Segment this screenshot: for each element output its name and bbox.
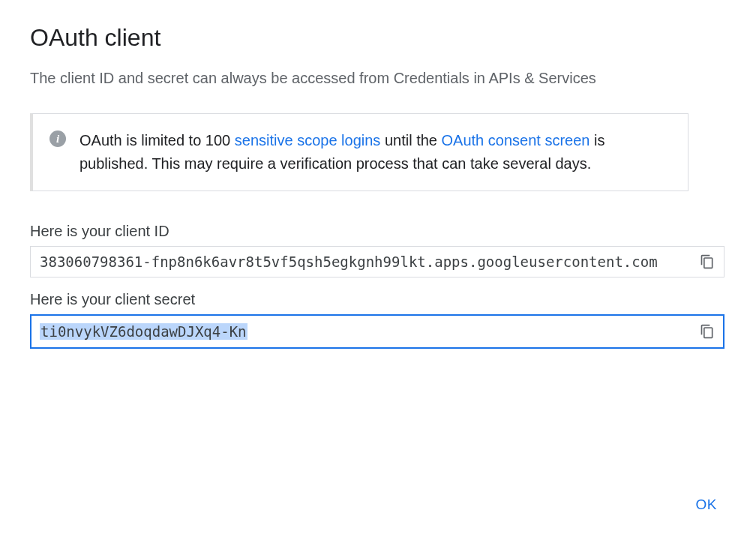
- oauth-consent-link[interactable]: OAuth consent screen: [442, 132, 590, 148]
- client-id-value: 383060798361-fnp8n6k6avr8t5vf5qsh5egkgnh…: [40, 254, 658, 270]
- info-text-prefix: OAuth is limited to 100: [80, 132, 235, 148]
- client-id-field[interactable]: 383060798361-fnp8n6k6avr8t5vf5qsh5egkgnh…: [30, 246, 724, 278]
- copy-icon: [700, 324, 715, 339]
- info-icon: [50, 130, 66, 147]
- subtitle-text: The client ID and secret can always be a…: [30, 67, 675, 89]
- client-secret-label: Here is your client secret: [30, 291, 726, 308]
- client-secret-value: ti0nvykVZ6doqdawDJXq4-Kn: [40, 323, 248, 340]
- copy-client-id-button[interactable]: [698, 253, 716, 271]
- sensitive-scope-link[interactable]: sensitive scope logins: [235, 132, 381, 148]
- ok-button[interactable]: OK: [687, 490, 726, 519]
- copy-client-secret-button[interactable]: [698, 322, 716, 340]
- client-id-label: Here is your client ID: [30, 223, 726, 240]
- copy-icon: [700, 254, 715, 269]
- info-text: OAuth is limited to 100 sensitive scope …: [80, 129, 671, 176]
- client-secret-field[interactable]: ti0nvykVZ6doqdawDJXq4-Kn: [30, 314, 724, 349]
- page-title: OAuth client: [30, 24, 726, 52]
- info-callout: OAuth is limited to 100 sensitive scope …: [30, 113, 688, 191]
- info-text-middle: until the: [380, 132, 441, 148]
